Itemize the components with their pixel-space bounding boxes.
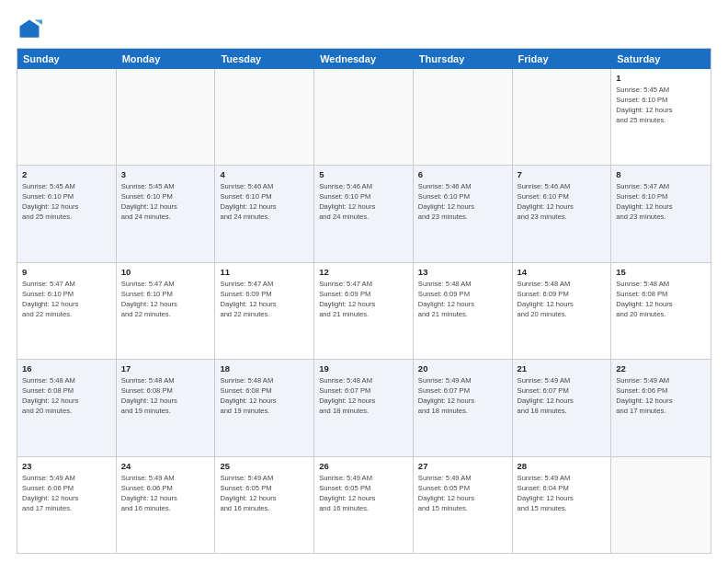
day-cell-1: 1Sunrise: 5:45 AMSunset: 6:10 PMDaylight… [611,69,711,165]
empty-cell [414,69,513,165]
day-cell-22: 22Sunrise: 5:49 AMSunset: 6:06 PMDayligh… [611,360,711,455]
day-info: Sunrise: 5:49 AMSunset: 6:06 PMDaylight:… [121,473,210,513]
day-number: 9 [22,267,111,277]
day-number: 20 [418,363,507,373]
calendar-row-2: 9Sunrise: 5:47 AMSunset: 6:10 PMDaylight… [17,263,711,360]
day-number: 14 [518,267,607,277]
day-cell-6: 6Sunrise: 5:46 AMSunset: 6:10 PMDaylight… [414,166,513,261]
day-cell-14: 14Sunrise: 5:48 AMSunset: 6:09 PMDayligh… [513,263,612,359]
calendar-row-3: 16Sunrise: 5:48 AMSunset: 6:08 PMDayligh… [17,360,711,456]
day-info: Sunrise: 5:47 AMSunset: 6:10 PMDaylight:… [22,279,111,319]
calendar: SundayMondayTuesdayWednesdayThursdayFrid… [17,48,711,554]
weekday-header-thursday: Thursday [414,49,513,69]
day-info: Sunrise: 5:46 AMSunset: 6:10 PMDaylight:… [319,181,408,222]
day-cell-25: 25Sunrise: 5:49 AMSunset: 6:05 PMDayligh… [215,457,314,553]
page-header [17,17,711,42]
day-info: Sunrise: 5:49 AMSunset: 6:06 PMDaylight:… [616,375,706,416]
day-info: Sunrise: 5:49 AMSunset: 6:05 PMDaylight:… [319,473,408,513]
day-cell-23: 23Sunrise: 5:49 AMSunset: 6:06 PMDayligh… [17,457,117,553]
day-info: Sunrise: 5:46 AMSunset: 6:10 PMDaylight:… [418,181,507,222]
day-number: 13 [418,267,507,277]
day-info: Sunrise: 5:48 AMSunset: 6:07 PMDaylight:… [319,375,408,416]
day-number: 6 [418,169,507,179]
empty-cell [513,69,612,165]
day-info: Sunrise: 5:48 AMSunset: 6:08 PMDaylight:… [22,375,111,416]
day-number: 27 [418,461,507,471]
day-info: Sunrise: 5:45 AMSunset: 6:10 PMDaylight:… [616,85,706,125]
day-cell-24: 24Sunrise: 5:49 AMSunset: 6:06 PMDayligh… [117,457,216,553]
day-number: 11 [220,267,309,277]
day-info: Sunrise: 5:47 AMSunset: 6:10 PMDaylight:… [121,279,210,319]
day-number: 5 [319,169,408,179]
day-cell-4: 4Sunrise: 5:46 AMSunset: 6:10 PMDaylight… [215,166,314,261]
empty-cell [117,69,216,165]
calendar-row-0: 1Sunrise: 5:45 AMSunset: 6:10 PMDaylight… [17,69,711,166]
day-cell-9: 9Sunrise: 5:47 AMSunset: 6:10 PMDaylight… [17,263,117,359]
day-info: Sunrise: 5:47 AMSunset: 6:09 PMDaylight:… [319,279,408,319]
day-cell-12: 12Sunrise: 5:47 AMSunset: 6:09 PMDayligh… [314,263,414,359]
day-number: 23 [22,461,111,471]
day-number: 17 [121,363,210,373]
calendar-row-4: 23Sunrise: 5:49 AMSunset: 6:06 PMDayligh… [17,457,711,553]
day-number: 19 [319,363,408,373]
day-number: 21 [518,363,607,373]
day-cell-20: 20Sunrise: 5:49 AMSunset: 6:07 PMDayligh… [414,360,513,455]
day-number: 24 [121,461,210,471]
day-info: Sunrise: 5:48 AMSunset: 6:08 PMDaylight:… [121,375,210,416]
day-number: 2 [22,169,111,179]
day-info: Sunrise: 5:47 AMSunset: 6:09 PMDaylight:… [220,279,309,319]
day-cell-3: 3Sunrise: 5:45 AMSunset: 6:10 PMDaylight… [117,166,216,261]
day-info: Sunrise: 5:46 AMSunset: 6:10 PMDaylight:… [220,181,309,222]
day-number: 15 [616,267,706,277]
day-info: Sunrise: 5:49 AMSunset: 6:05 PMDaylight:… [418,473,507,513]
day-info: Sunrise: 5:47 AMSunset: 6:10 PMDaylight:… [616,181,706,222]
calendar-row-1: 2Sunrise: 5:45 AMSunset: 6:10 PMDaylight… [17,166,711,262]
svg-marker-0 [20,20,40,38]
day-number: 26 [319,461,408,471]
day-info: Sunrise: 5:48 AMSunset: 6:08 PMDaylight:… [616,279,706,319]
day-cell-17: 17Sunrise: 5:48 AMSunset: 6:08 PMDayligh… [117,360,216,455]
day-cell-21: 21Sunrise: 5:49 AMSunset: 6:07 PMDayligh… [513,360,612,455]
day-number: 10 [121,267,210,277]
weekday-header-tuesday: Tuesday [215,49,314,69]
weekday-header-monday: Monday [117,49,216,69]
day-number: 22 [616,363,706,373]
day-cell-11: 11Sunrise: 5:47 AMSunset: 6:09 PMDayligh… [215,263,314,359]
day-info: Sunrise: 5:46 AMSunset: 6:10 PMDaylight:… [518,181,607,222]
day-cell-13: 13Sunrise: 5:48 AMSunset: 6:09 PMDayligh… [414,263,513,359]
day-info: Sunrise: 5:49 AMSunset: 6:06 PMDaylight:… [22,473,111,513]
day-number: 8 [616,169,706,179]
logo-icon [17,17,42,42]
day-info: Sunrise: 5:45 AMSunset: 6:10 PMDaylight:… [121,181,210,222]
day-info: Sunrise: 5:49 AMSunset: 6:04 PMDaylight:… [518,473,607,513]
day-info: Sunrise: 5:49 AMSunset: 6:07 PMDaylight:… [418,375,507,416]
day-cell-8: 8Sunrise: 5:47 AMSunset: 6:10 PMDaylight… [611,166,711,261]
day-number: 7 [518,169,607,179]
day-cell-15: 15Sunrise: 5:48 AMSunset: 6:08 PMDayligh… [611,263,711,359]
day-cell-28: 28Sunrise: 5:49 AMSunset: 6:04 PMDayligh… [513,457,612,553]
weekday-header-wednesday: Wednesday [314,49,414,69]
empty-cell [17,69,117,165]
day-number: 1 [616,73,706,83]
day-info: Sunrise: 5:45 AMSunset: 6:10 PMDaylight:… [22,181,111,222]
day-cell-18: 18Sunrise: 5:48 AMSunset: 6:08 PMDayligh… [215,360,314,455]
weekday-header-friday: Friday [513,49,612,69]
empty-cell [215,69,314,165]
day-number: 4 [220,169,309,179]
day-info: Sunrise: 5:48 AMSunset: 6:09 PMDaylight:… [518,279,607,319]
day-number: 3 [121,169,210,179]
weekday-header-saturday: Saturday [611,49,711,69]
calendar-body: 1Sunrise: 5:45 AMSunset: 6:10 PMDaylight… [17,69,711,553]
day-cell-2: 2Sunrise: 5:45 AMSunset: 6:10 PMDaylight… [17,166,117,261]
logo [17,17,46,42]
day-cell-10: 10Sunrise: 5:47 AMSunset: 6:10 PMDayligh… [117,263,216,359]
day-number: 28 [518,461,607,471]
empty-cell [314,69,414,165]
day-number: 25 [220,461,309,471]
day-number: 18 [220,363,309,373]
day-info: Sunrise: 5:48 AMSunset: 6:09 PMDaylight:… [418,279,507,319]
weekday-header-sunday: Sunday [17,49,117,69]
calendar-header: SundayMondayTuesdayWednesdayThursdayFrid… [17,49,711,69]
day-number: 16 [22,363,111,373]
day-cell-19: 19Sunrise: 5:48 AMSunset: 6:07 PMDayligh… [314,360,414,455]
